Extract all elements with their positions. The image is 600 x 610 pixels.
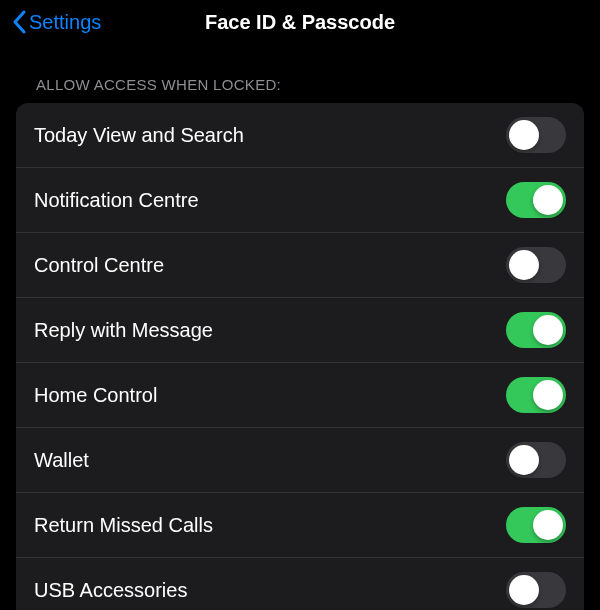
toggle-usb-accessories[interactable] <box>506 572 566 608</box>
toggle-today-view[interactable] <box>506 117 566 153</box>
toggle-home-control[interactable] <box>506 377 566 413</box>
row-notification-centre: Notification Centre <box>16 167 584 232</box>
nav-bar: Settings Face ID & Passcode <box>0 0 600 44</box>
toggle-notification-centre[interactable] <box>506 182 566 218</box>
toggle-knob <box>509 250 539 280</box>
toggle-wallet[interactable] <box>506 442 566 478</box>
row-label: Notification Centre <box>34 189 199 212</box>
row-today-view: Today View and Search <box>16 103 584 167</box>
row-label: Reply with Message <box>34 319 213 342</box>
page-title: Face ID & Passcode <box>205 11 395 34</box>
chevron-left-icon <box>12 10 27 34</box>
row-label: Control Centre <box>34 254 164 277</box>
row-home-control: Home Control <box>16 362 584 427</box>
toggle-knob <box>533 315 563 345</box>
back-button[interactable]: Settings <box>12 10 101 34</box>
row-usb-accessories: USB Accessories <box>16 557 584 610</box>
toggle-knob <box>509 120 539 150</box>
settings-list: Today View and Search Notification Centr… <box>16 103 584 610</box>
toggle-knob <box>533 380 563 410</box>
row-label: Wallet <box>34 449 89 472</box>
row-wallet: Wallet <box>16 427 584 492</box>
row-control-centre: Control Centre <box>16 232 584 297</box>
back-label: Settings <box>29 11 101 34</box>
toggle-return-missed-calls[interactable] <box>506 507 566 543</box>
row-label: Today View and Search <box>34 124 244 147</box>
row-label: USB Accessories <box>34 579 187 602</box>
row-reply-with-message: Reply with Message <box>16 297 584 362</box>
toggle-reply-with-message[interactable] <box>506 312 566 348</box>
section-header: ALLOW ACCESS WHEN LOCKED: <box>0 44 600 103</box>
toggle-control-centre[interactable] <box>506 247 566 283</box>
toggle-knob <box>509 445 539 475</box>
toggle-knob <box>533 185 563 215</box>
row-label: Return Missed Calls <box>34 514 213 537</box>
row-label: Home Control <box>34 384 157 407</box>
toggle-knob <box>533 510 563 540</box>
toggle-knob <box>509 575 539 605</box>
row-return-missed-calls: Return Missed Calls <box>16 492 584 557</box>
